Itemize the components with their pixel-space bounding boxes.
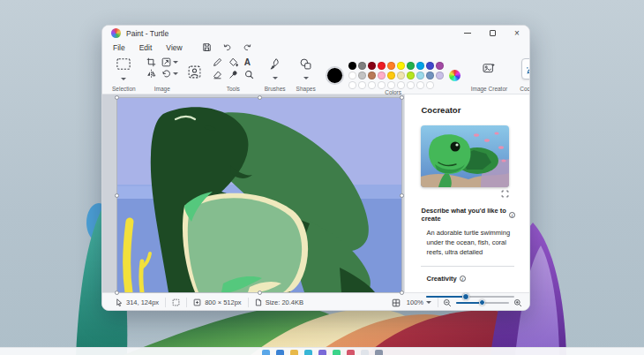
save-icon[interactable] [201, 42, 213, 53]
empty-color-slot[interactable] [358, 81, 366, 89]
empty-color-slot[interactable] [348, 81, 356, 89]
menu-item-view[interactable]: View [166, 43, 182, 52]
taskbar-app-icon[interactable] [262, 350, 270, 355]
fill-tool-icon[interactable] [228, 57, 238, 67]
color-swatch[interactable] [397, 72, 405, 79]
close-button[interactable]: × [505, 26, 529, 41]
color-swatch[interactable] [436, 72, 444, 79]
maximize-button[interactable] [480, 26, 505, 41]
selection-handle[interactable] [115, 291, 119, 295]
remove-background-icon[interactable] [187, 64, 202, 79]
brushes-button[interactable] [268, 57, 281, 71]
rotate-button[interactable] [161, 69, 178, 79]
color-swatch[interactable] [436, 62, 444, 70]
color-swatch[interactable] [416, 62, 424, 70]
info-icon[interactable]: i [460, 276, 466, 282]
shapes-button[interactable] [299, 57, 312, 71]
color-swatch[interactable] [368, 72, 376, 79]
cocreator-label: Cocreator [520, 86, 530, 92]
empty-color-slot[interactable] [426, 81, 434, 89]
crop-button[interactable] [146, 57, 156, 67]
taskbar-app-icon[interactable] [361, 350, 369, 355]
selection-handle[interactable] [258, 291, 262, 295]
color-swatch[interactable] [387, 62, 395, 70]
menu-item-edit[interactable]: Edit [139, 43, 153, 52]
color-swatch[interactable] [378, 62, 386, 70]
taskbar-app-icon[interactable] [375, 350, 383, 355]
selection-handle[interactable] [400, 193, 404, 198]
color-swatch[interactable] [416, 72, 424, 79]
color-swatch[interactable] [358, 72, 366, 79]
menu-item-file[interactable]: File [113, 43, 125, 52]
flip-button[interactable] [146, 69, 156, 79]
color-swatch[interactable] [426, 72, 434, 79]
selection-handle[interactable] [400, 95, 404, 100]
color-swatch[interactable] [358, 62, 366, 70]
color-swatch[interactable] [426, 62, 434, 70]
empty-color-slot[interactable] [368, 81, 376, 89]
paint-window: Paint - Turtle × FileEditView [101, 25, 530, 311]
current-color-swatch[interactable] [326, 67, 343, 84]
undo-icon[interactable] [221, 42, 233, 53]
prompt-text[interactable]: An adorable turtle swimming under the oc… [426, 229, 514, 258]
color-swatch[interactable] [387, 72, 395, 79]
chevron-down-icon[interactable] [303, 77, 309, 79]
empty-color-slot[interactable] [416, 81, 424, 89]
redo-icon[interactable] [242, 42, 253, 53]
empty-color-slot[interactable] [378, 81, 386, 89]
paint-app-icon [111, 28, 121, 38]
empty-color-slot[interactable] [407, 81, 415, 89]
cocreator-icon [525, 62, 530, 76]
zoom-slider-thumb[interactable] [479, 299, 485, 306]
color-swatch[interactable] [368, 62, 376, 70]
selection-handle[interactable] [115, 95, 119, 100]
chevron-down-icon[interactable] [173, 61, 178, 64]
zoom-in-icon[interactable] [513, 298, 522, 307]
minimize-button[interactable] [455, 26, 480, 41]
window-title: Paint - Turtle [126, 29, 168, 38]
edit-colors-icon[interactable] [449, 70, 461, 81]
taskbar-app-icon[interactable] [333, 350, 341, 355]
text-tool-icon[interactable]: A [244, 58, 254, 67]
cocreator-panel: Cocreator [404, 94, 529, 292]
taskbar-app-icon[interactable] [347, 350, 355, 355]
selection-handle[interactable] [115, 193, 119, 198]
maximize-icon [490, 30, 496, 36]
magnifier-tool-icon[interactable] [244, 70, 254, 79]
info-icon[interactable]: i [509, 212, 515, 218]
color-swatch[interactable] [378, 72, 386, 79]
panel-divider [421, 266, 514, 267]
resize-button[interactable] [161, 57, 178, 67]
selection-handle[interactable] [258, 95, 262, 100]
taskbar-app-icon[interactable] [290, 350, 298, 355]
selection-tool-button[interactable] [116, 57, 131, 72]
image-creator-icon [482, 62, 496, 76]
selection-handle[interactable] [400, 291, 404, 295]
taskbar[interactable] [0, 347, 644, 355]
color-swatch[interactable] [407, 62, 415, 70]
chevron-down-icon[interactable] [273, 77, 278, 79]
color-picker-tool-icon[interactable] [228, 70, 238, 79]
pencil-tool-icon[interactable] [213, 57, 222, 67]
fit-to-screen-icon[interactable] [392, 298, 401, 307]
zoom-slider[interactable] [456, 299, 509, 306]
taskbar-app-icon[interactable] [318, 350, 326, 355]
empty-color-slot[interactable] [387, 81, 395, 89]
expand-thumbnail-icon[interactable] [501, 190, 509, 198]
color-swatch[interactable] [397, 62, 405, 70]
image-creator-button[interactable]: Image Creator [465, 54, 514, 94]
desktop: Paint - Turtle × FileEditView [0, 0, 644, 355]
generated-image-thumbnail[interactable] [421, 125, 509, 187]
color-swatch[interactable] [407, 72, 415, 79]
title-bar[interactable]: Paint - Turtle × [102, 26, 529, 41]
cocreator-button[interactable]: Cocreator [513, 54, 530, 94]
color-swatch[interactable] [348, 72, 356, 79]
empty-color-slot[interactable] [397, 81, 405, 89]
taskbar-app-icon[interactable] [276, 350, 284, 355]
eraser-tool-icon[interactable] [213, 70, 222, 79]
paint-canvas[interactable] [117, 98, 401, 292]
taskbar-app-icon[interactable] [304, 350, 312, 355]
color-swatch[interactable] [348, 62, 356, 70]
chevron-down-icon[interactable] [121, 78, 126, 80]
chevron-down-icon[interactable] [173, 72, 178, 75]
